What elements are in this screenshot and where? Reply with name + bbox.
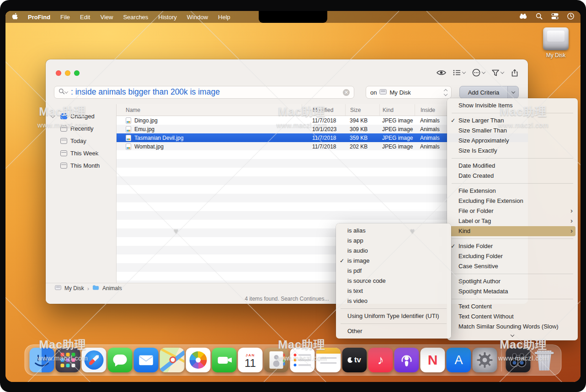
menu-item-is-audio[interactable]: is audio [336,246,451,256]
disclosure-chevron-icon[interactable] [51,114,55,118]
menu-item-is-text[interactable]: is text [336,286,451,296]
menu-item-match-similar-sounding-words[interactable]: Match Similar Sounding Words (Slow) [447,322,578,332]
menubar-menu-searches[interactable]: Searches [123,14,148,21]
menu-item-is-app[interactable]: is app [336,236,451,246]
window-toolbar [437,69,519,77]
menu-item-date-modified[interactable]: Date Modified [447,161,578,171]
menu-item-using-uti[interactable]: Using Uniform Type Identifier (UTI) [336,311,451,321]
search-icon[interactable] [536,13,543,21]
dock-calendar-icon[interactable]: JAN11 [238,348,263,372]
dock-photos-icon[interactable] [186,348,211,372]
menu-item-file-extension[interactable]: File Extension [447,186,578,196]
file-name-cell: Emu.jpg [117,126,302,132]
sidebar-item-today[interactable]: Today [46,135,116,147]
menu-scroll-down-indicator[interactable] [447,332,578,338]
menu-item-date-created[interactable]: Date Created [447,171,578,181]
dock-settings-icon[interactable] [473,348,497,372]
menu-item-file-or-folder[interactable]: File or Folder› [447,206,578,216]
close-button[interactable] [56,70,61,76]
menu-item-label-or-tag[interactable]: Label or Tag› [447,216,578,226]
menu-item-is-source-code[interactable]: is source code [336,276,451,286]
menubar-menu-window[interactable]: Window [187,14,208,21]
filter-button[interactable] [492,69,504,76]
modified-cell: 11/7/2018 [302,135,345,141]
dock-maps-icon[interactable] [160,348,185,372]
sidebar-item-this-month[interactable]: This Month [46,159,116,172]
menu-item-text-content[interactable]: Text Content [447,302,578,312]
column-header-kind[interactable]: Kind [379,104,415,116]
desktop-disk-icon[interactable]: My Disk [539,27,572,58]
dock-music-icon[interactable]: ♪ [368,348,393,372]
menu-item-size-approximately[interactable]: Size Approximately [447,136,578,146]
menu-item-excluding-file-extension[interactable]: Excluding File Extension [447,196,578,206]
menu-item-size-larger-than[interactable]: ✓Size Larger Than [447,116,578,126]
menubar-binoculars-icon[interactable] [519,13,527,21]
path-item-my-disk[interactable]: My Disk [64,285,84,291]
menu-item-case-sensitive[interactable]: Case Sensitive [447,261,578,271]
menu-item-other[interactable]: Other [336,326,451,336]
dock-trash-icon[interactable] [532,348,557,372]
dock-profind-icon[interactable] [506,348,531,372]
dock-appstore-icon[interactable]: A [447,348,471,372]
dock-messages-icon[interactable] [108,348,133,372]
dock-news-icon[interactable]: N [421,348,445,372]
scope-value: My Disk [389,89,410,96]
column-header-size[interactable]: Size [345,104,379,116]
minimize-button[interactable] [65,70,70,76]
more-actions-button[interactable] [472,69,485,77]
dock-safari-icon[interactable] [82,348,107,372]
menu-item-show-invisible-items[interactable]: Show Invisible Items [447,101,578,111]
size-cell: 394 KB [345,117,379,124]
dock-contacts-icon[interactable] [264,348,289,372]
sidebar-item-this-week[interactable]: This Week [46,147,116,159]
sidebar-item-changed[interactable]: Changed [46,110,116,122]
path-item-animals[interactable]: Animals [102,285,122,291]
preview-eye-button[interactable] [437,69,446,76]
menu-item-spotlight-metadata[interactable]: Spotlight Metadata [447,286,578,297]
menubar-menu-help[interactable]: Help [218,14,230,21]
dock-divider [501,349,502,371]
menubar-menu-edit[interactable]: Edit [80,14,90,21]
dock-mail-icon[interactable] [134,348,159,372]
menu-item-is-image[interactable]: ✓is image [336,256,451,266]
menu-item-size-smaller-than[interactable]: Size Smaller Than [447,126,578,136]
menu-item-is-pdf[interactable]: is pdf [336,266,451,276]
menu-item-text-content-without[interactable]: Text Content Without [447,312,578,322]
search-input[interactable]: : inside animals bigger than 200k is ima… [54,86,354,99]
menu-item-kind[interactable]: Kind› [449,226,575,236]
menubar-menu-file[interactable]: File [60,14,70,21]
sidebar-item-recently[interactable]: Recently [46,122,116,135]
dock-finder-icon[interactable] [30,348,54,372]
menu-item-excluding-folder[interactable]: Excluding Folder [447,251,578,261]
column-header-modified[interactable]: Modified [302,104,345,116]
menubar-app-name[interactable]: ProFind [28,14,50,21]
dock-podcasts-icon[interactable] [394,348,419,372]
menu-item-inside-folder[interactable]: ✓Inside Folder [447,241,578,251]
add-criteria-button[interactable]: Add Criteria [459,86,519,99]
dock-reminders-icon[interactable] [290,348,315,372]
view-options-button[interactable] [453,69,465,76]
search-location-popup[interactable]: on My Disk [366,86,452,99]
apple-menu-icon[interactable] [12,13,18,21]
share-button[interactable] [511,69,519,77]
dock-facetime-icon[interactable] [212,348,237,372]
dock-appletv-icon[interactable]: tv [342,348,367,372]
menu-item-size-is-exactly[interactable]: Size Is Exactly [447,146,578,156]
control-center-icon[interactable] [551,13,559,21]
column-header-name[interactable]: Name [117,104,302,116]
menubar-menu-view[interactable]: View [100,14,113,21]
dock-notes-icon[interactable] [316,348,341,372]
clear-search-button[interactable]: ✕ [343,89,350,96]
speech-bubble-icon [113,355,127,365]
dock-launchpad-icon[interactable] [56,348,80,372]
menu-item-is-video[interactable]: is video [336,296,451,306]
chevron-down-icon [482,70,485,74]
clock-icon[interactable] [567,13,574,21]
checkmark-icon: ✓ [451,116,455,126]
zoom-button[interactable] [74,70,80,76]
add-criteria-dropdown-segment[interactable] [507,86,518,98]
menu-item-spotlight-author[interactable]: Spotlight Author [447,276,578,286]
size-cell: 309 KB [345,126,379,132]
menubar-menu-history[interactable]: History [158,14,176,21]
menu-item-is-alias[interactable]: is alias [336,226,451,236]
